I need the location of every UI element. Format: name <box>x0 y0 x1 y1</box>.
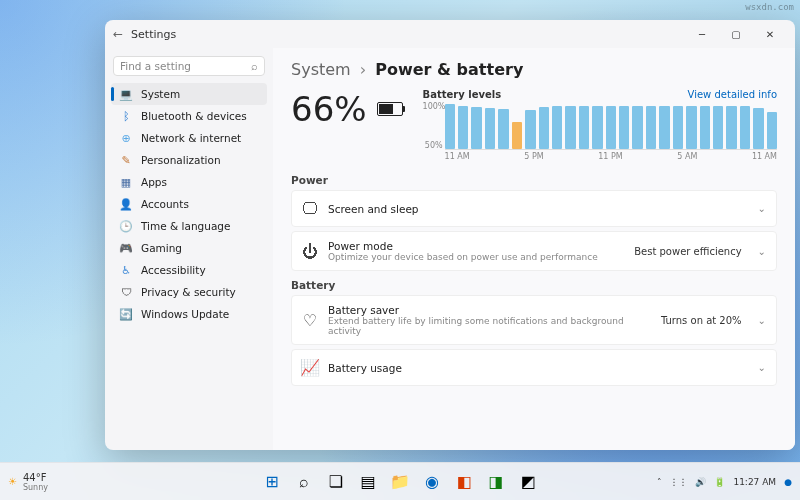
nav-icon: 🔄 <box>119 307 133 321</box>
chart-bar <box>606 106 616 149</box>
edge-button[interactable]: ◉ <box>418 468 446 496</box>
breadcrumb: System › Power & battery <box>291 60 777 79</box>
battery-usage-card[interactable]: 📈 Battery usage ⌄ <box>291 349 777 386</box>
chart-bar <box>753 108 763 149</box>
tray-chevron-icon[interactable]: ˄ <box>657 477 662 487</box>
chart-bar <box>512 122 522 149</box>
system-tray[interactable]: ˄ ⋮⋮ 🔊 🔋 11:27 AM ● <box>657 477 792 487</box>
back-button[interactable]: ← <box>113 27 123 41</box>
sidebar-item-bluetooth-devices[interactable]: ᛒBluetooth & devices <box>111 105 267 127</box>
nav-label: Apps <box>141 176 167 188</box>
weather-widget[interactable]: ☀ 44°F Sunny <box>8 472 48 492</box>
section-power-label: Power <box>291 174 777 186</box>
battery-chart: Battery levels View detailed info 100% 5… <box>423 89 777 164</box>
sidebar-item-accounts[interactable]: 👤Accounts <box>111 193 267 215</box>
nav-label: Personalization <box>141 154 221 166</box>
start-button[interactable]: ⊞ <box>258 468 286 496</box>
battery-percent: 66% <box>291 89 403 129</box>
nav-icon: 🎮 <box>119 241 133 255</box>
x-label: 11 AM <box>752 152 777 161</box>
nav-icon: 🛡 <box>119 285 133 299</box>
x-label: 5 AM <box>677 152 697 161</box>
breadcrumb-current: Power & battery <box>375 60 523 79</box>
nav-label: Privacy & security <box>141 286 236 298</box>
sidebar-item-windows-update[interactable]: 🔄Windows Update <box>111 303 267 325</box>
pinned-app[interactable]: ◩ <box>514 468 542 496</box>
power-mode-value[interactable]: Best power efficiency <box>634 246 741 257</box>
sidebar-item-apps[interactable]: ▦Apps <box>111 171 267 193</box>
card-subtitle: Optimize your device based on power use … <box>328 252 624 262</box>
nav-icon: ▦ <box>119 175 133 189</box>
content-area: System › Power & battery 66% Battery lev… <box>273 48 795 450</box>
card-title: Screen and sleep <box>328 203 742 215</box>
battery-saver-card[interactable]: ♡ Battery saver Extend battery life by l… <box>291 295 777 345</box>
widgets-button[interactable]: ▤ <box>354 468 382 496</box>
battery-tray-icon[interactable]: 🔋 <box>714 477 725 487</box>
sidebar-item-system[interactable]: 💻System <box>111 83 267 105</box>
battery-icon <box>377 102 403 116</box>
chevron-down-icon: ⌄ <box>758 246 766 257</box>
nav-icon: ᛒ <box>119 109 133 123</box>
breadcrumb-parent[interactable]: System <box>291 60 351 79</box>
search-input[interactable]: Find a setting ⌕ <box>113 56 265 76</box>
nav-icon: ⊕ <box>119 131 133 145</box>
chart-bar <box>565 106 575 149</box>
search-button[interactable]: ⌕ <box>290 468 318 496</box>
chevron-down-icon: ⌄ <box>758 315 766 326</box>
chart-bar <box>646 106 656 149</box>
y-label: 50% <box>423 141 443 150</box>
sidebar-item-gaming[interactable]: 🎮Gaming <box>111 237 267 259</box>
explorer-button[interactable]: 📁 <box>386 468 414 496</box>
battery-percent-value: 66% <box>291 89 367 129</box>
nav-icon: 👤 <box>119 197 133 211</box>
chart-bar <box>740 106 750 149</box>
pinned-app[interactable]: ◧ <box>450 468 478 496</box>
nav-icon: ♿ <box>119 263 133 277</box>
sidebar-item-privacy-security[interactable]: 🛡Privacy & security <box>111 281 267 303</box>
chart-bar <box>673 106 683 149</box>
chart-bar <box>700 106 710 149</box>
nav-label: System <box>141 88 180 100</box>
settings-window: ← Settings ─ ▢ ✕ Find a setting ⌕ 💻Syste… <box>105 20 795 450</box>
sidebar-item-accessibility[interactable]: ♿Accessibility <box>111 259 267 281</box>
nav-icon: 💻 <box>119 87 133 101</box>
chart-bar <box>713 106 723 149</box>
sidebar: Find a setting ⌕ 💻SystemᛒBluetooth & dev… <box>105 48 273 450</box>
view-detailed-link[interactable]: View detailed info <box>688 89 777 100</box>
sidebar-item-time-language[interactable]: 🕒Time & language <box>111 215 267 237</box>
chart-bar <box>619 106 629 149</box>
chart-bar <box>767 112 777 149</box>
power-mode-card[interactable]: ⏻ Power mode Optimize your device based … <box>291 231 777 271</box>
search-placeholder: Find a setting <box>120 60 191 72</box>
maximize-button[interactable]: ▢ <box>719 20 753 48</box>
chart-bar <box>485 108 495 149</box>
volume-icon[interactable]: 🔊 <box>695 477 706 487</box>
sun-icon: ☀ <box>8 476 17 487</box>
pinned-app[interactable]: ◨ <box>482 468 510 496</box>
chart-bar <box>552 106 562 149</box>
task-view-button[interactable]: ❏ <box>322 468 350 496</box>
card-title: Battery usage <box>328 362 742 374</box>
notification-icon[interactable]: ● <box>784 477 792 487</box>
wifi-icon[interactable]: ⋮⋮ <box>669 477 687 487</box>
chart-bar <box>445 104 455 149</box>
weather-temp: 44°F <box>23 472 48 483</box>
clock[interactable]: 11:27 AM <box>733 477 776 487</box>
watermark: wsxdn.com <box>745 2 794 12</box>
screen-sleep-card[interactable]: 🖵 Screen and sleep ⌄ <box>291 190 777 227</box>
chart-bar <box>539 107 549 149</box>
chart-bar <box>726 106 736 149</box>
chart-title: Battery levels <box>423 89 502 100</box>
window-title: Settings <box>131 28 176 41</box>
minimize-button[interactable]: ─ <box>685 20 719 48</box>
close-button[interactable]: ✕ <box>753 20 787 48</box>
chart-bar <box>592 106 602 149</box>
chevron-down-icon: ⌄ <box>758 362 766 373</box>
taskbar-center: ⊞ ⌕ ❏ ▤ 📁 ◉ ◧ ◨ ◩ <box>258 468 542 496</box>
sidebar-item-network-internet[interactable]: ⊕Network & internet <box>111 127 267 149</box>
section-battery-label: Battery <box>291 279 777 291</box>
battery-saver-value: Turns on at 20% <box>661 315 742 326</box>
chart-bar <box>686 106 696 149</box>
chart-bar <box>632 106 642 149</box>
sidebar-item-personalization[interactable]: ✎Personalization <box>111 149 267 171</box>
